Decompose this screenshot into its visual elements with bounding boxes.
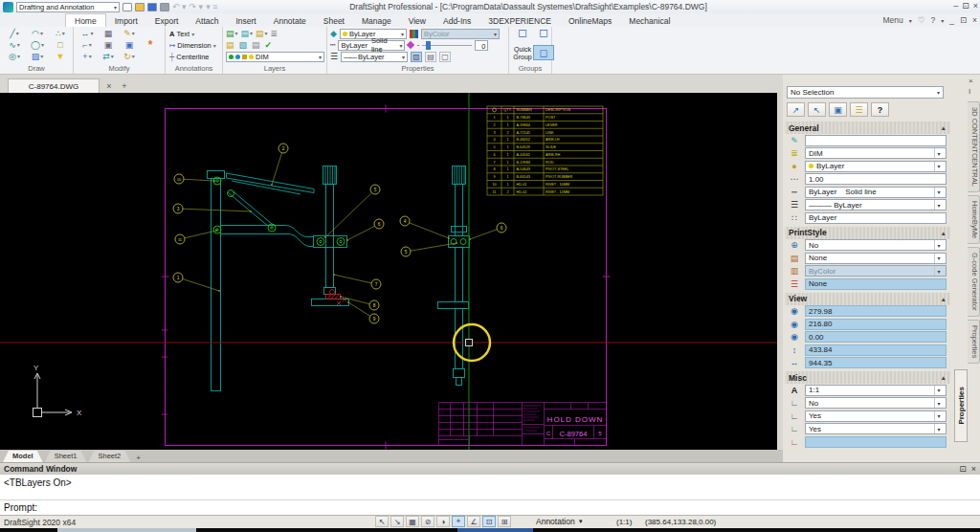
redo-icon[interactable]: ↷ ▾ bbox=[189, 3, 204, 11]
ribbon-tab-onlinemaps[interactable]: OnlineMaps bbox=[560, 14, 620, 27]
stretch-tool-icon[interactable]: +▾ bbox=[77, 52, 98, 62]
property-field[interactable]: Yes▾ bbox=[805, 423, 947, 434]
active-palette-tab[interactable]: Properties bbox=[954, 369, 968, 442]
ribbon-tab-export[interactable]: Export bbox=[146, 14, 188, 27]
hatch-tool-icon[interactable]: ▨▾ bbox=[26, 52, 49, 62]
property-field[interactable]: None▾ bbox=[805, 253, 947, 264]
ribbon-tab-import[interactable]: Import bbox=[106, 14, 146, 27]
property-field[interactable]: ByLayer▾ bbox=[805, 161, 947, 172]
sheet-tab-sheet1[interactable]: Sheet1 bbox=[45, 451, 87, 462]
arc-tool-icon[interactable]: ◠▾ bbox=[26, 29, 49, 39]
ribbon-tab-sheet[interactable]: Sheet bbox=[315, 14, 353, 27]
property-field[interactable]: 216.80 bbox=[805, 319, 947, 330]
feedback-heart-icon[interactable]: ♡ bbox=[918, 15, 925, 25]
close-palette-icon[interactable]: × bbox=[969, 77, 973, 85]
property-field[interactable]: ByLayer Solid line▾ bbox=[805, 187, 947, 198]
side-tab-properties[interactable]: Properties bbox=[968, 320, 980, 364]
point-tool-icon[interactable]: ∴▾ bbox=[49, 29, 72, 39]
command-input[interactable]: Prompt: bbox=[0, 499, 980, 515]
section-header-printstyle[interactable]: PrintStyle▲ bbox=[785, 227, 950, 239]
rectangle-tool-icon[interactable]: □ bbox=[49, 40, 72, 51]
restore-icon[interactable]: ⊡ bbox=[960, 15, 967, 25]
help-icon[interactable]: ? bbox=[871, 102, 889, 117]
undo-icon[interactable]: ↶ ▾ bbox=[172, 3, 187, 11]
side-tab-3d-contentcentral[interactable]: 3D CONTENTCENTRAL bbox=[968, 101, 980, 192]
chevron-down-icon[interactable]: ▾ bbox=[934, 240, 943, 250]
entity-track-icon[interactable]: ∠ bbox=[467, 516, 480, 527]
polar-tracking-icon[interactable]: ◑ bbox=[436, 516, 450, 527]
close-icon[interactable]: × bbox=[971, 464, 976, 474]
select-add-icon[interactable]: ↖ bbox=[808, 102, 826, 117]
ribbon-tab-manage[interactable]: Manage bbox=[353, 14, 400, 27]
property-field[interactable]: ByColor▾ bbox=[805, 265, 947, 277]
print-color-selector[interactable]: ByColor▾ bbox=[421, 29, 500, 39]
chevron-down-icon[interactable]: ▾ bbox=[934, 411, 943, 421]
layer-selector[interactable]: DIM ▾ bbox=[226, 52, 324, 62]
side-tab-g-code-generator[interactable]: G-code Generator bbox=[968, 247, 980, 316]
offset-tool-icon[interactable]: ▣ bbox=[119, 40, 140, 51]
chevron-down-icon[interactable]: ▾ bbox=[934, 148, 943, 158]
layer-isolate-icon[interactable]: ▧ bbox=[239, 40, 248, 51]
chevron-down-icon[interactable]: ▾ bbox=[934, 254, 943, 263]
help-button[interactable]: ? bbox=[930, 15, 935, 25]
spline-tool-icon[interactable]: ∿▾ bbox=[3, 40, 26, 51]
property-painter-icon[interactable]: ▤ bbox=[425, 52, 436, 62]
collapse-icon[interactable]: ▲ bbox=[941, 296, 947, 302]
open-file-icon[interactable] bbox=[135, 3, 145, 11]
rotate-tool-icon[interactable]: ↻▾ bbox=[119, 52, 140, 62]
property-field[interactable]: None bbox=[805, 278, 947, 290]
layer-check-icon[interactable]: ✓ bbox=[265, 40, 273, 51]
polygon-tool-icon[interactable]: ▼ bbox=[49, 52, 72, 62]
layer-preview-icon[interactable]: ≣ bbox=[271, 29, 278, 39]
line-weight-selector[interactable]: ——ByLayer▾ bbox=[341, 52, 408, 62]
close-icon[interactable]: × bbox=[973, 1, 978, 11]
chevron-down-icon[interactable]: ▾ bbox=[934, 386, 943, 395]
ribbon-tab-mechanical[interactable]: Mechanical bbox=[620, 14, 679, 27]
section-header-misc[interactable]: Misc▲ bbox=[785, 371, 950, 384]
chevron-down-icon[interactable]: ▾ bbox=[934, 200, 943, 210]
chevron-down-icon[interactable]: ▾ bbox=[934, 162, 943, 171]
close-tab-icon[interactable]: × bbox=[103, 80, 115, 92]
centerline-button[interactable]: ┼Centerline bbox=[167, 51, 221, 62]
property-field[interactable]: 944.35 bbox=[805, 357, 947, 368]
menu-button[interactable]: Menu bbox=[883, 15, 903, 25]
edit-group-icon[interactable]: ◻ bbox=[533, 45, 554, 60]
trim-tool-icon[interactable]: ✎▾ bbox=[119, 29, 140, 39]
layer-lock-icon[interactable]: ▤ bbox=[252, 40, 260, 51]
collapse-icon[interactable]: ▲ bbox=[941, 230, 947, 236]
collapse-icon[interactable]: ▲ bbox=[941, 374, 947, 381]
chevron-down-icon[interactable]: ▾ bbox=[934, 266, 943, 276]
layer-tools-icon[interactable]: ▤▾ bbox=[241, 29, 254, 39]
pattern-tool-icon[interactable]: ▦ bbox=[98, 29, 119, 39]
new-file-icon[interactable] bbox=[122, 3, 132, 11]
ribbon-tab-home[interactable]: Home bbox=[65, 13, 106, 27]
property-field[interactable]: DIM▾ bbox=[805, 147, 947, 159]
quick-select-icon[interactable]: ☰ bbox=[850, 102, 868, 117]
layer-manager-icon[interactable]: ▤▾ bbox=[226, 29, 238, 39]
property-field[interactable]: No▾ bbox=[805, 397, 947, 409]
sheet-tab-sheet2[interactable]: Sheet2 bbox=[88, 451, 130, 462]
restore-icon[interactable]: ⊡ bbox=[962, 1, 969, 11]
section-header-view[interactable]: View▲ bbox=[785, 293, 950, 305]
property-field[interactable] bbox=[805, 436, 947, 448]
dynamic-input-icon[interactable]: ⊡ bbox=[482, 516, 496, 527]
sheet-tab-model[interactable]: Model bbox=[3, 451, 43, 462]
scale-tool-icon[interactable]: ⇄▾ bbox=[98, 52, 119, 62]
property-field[interactable] bbox=[805, 135, 947, 146]
line-tool-icon[interactable]: ╱▾ bbox=[3, 29, 26, 39]
layer-state-icon[interactable]: ▤▾ bbox=[256, 29, 268, 39]
ortho-icon[interactable]: ⊘ bbox=[421, 516, 434, 527]
property-page-icon[interactable]: ▢ bbox=[439, 52, 451, 62]
select-entities-icon[interactable]: ↗ bbox=[787, 102, 805, 117]
property-field[interactable]: 279.98 bbox=[805, 305, 947, 317]
save-file-icon[interactable] bbox=[147, 3, 157, 11]
selection-cycling-icon[interactable]: ↖ bbox=[375, 516, 389, 527]
side-tab-homebyme[interactable]: HomeByMe bbox=[968, 195, 980, 244]
command-window-titlebar[interactable]: Command Window ⊡× bbox=[0, 462, 980, 475]
ribbon-tab-attach[interactable]: Attach bbox=[187, 14, 227, 27]
transparency-value[interactable]: 0 bbox=[475, 40, 488, 51]
document-tab[interactable]: C-89764.DWG bbox=[8, 78, 100, 93]
chevron-down-icon[interactable]: ▾ bbox=[934, 188, 943, 197]
ribbon-tab-insert[interactable]: Insert bbox=[227, 14, 264, 27]
add-sheet-icon[interactable]: + bbox=[132, 454, 145, 462]
